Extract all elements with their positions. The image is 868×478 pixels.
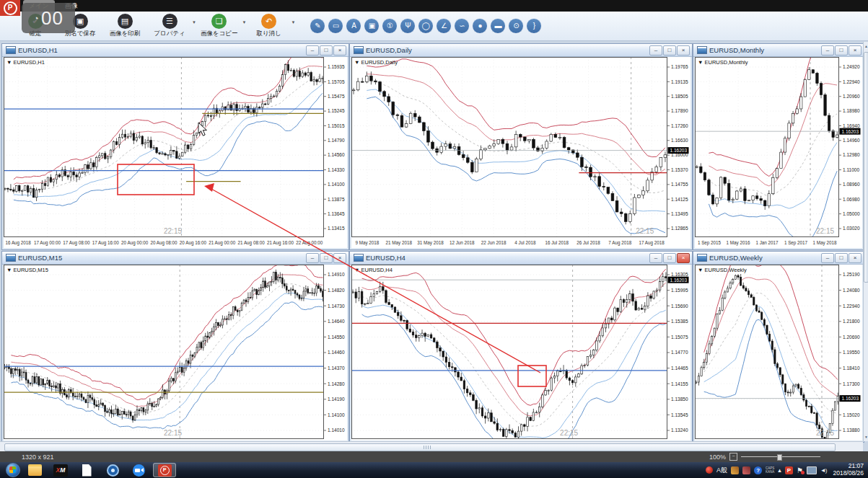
maximize-button[interactable]: □	[663, 45, 676, 56]
taskbar-capture-app[interactable]: P	[153, 463, 176, 477]
properties-dropdown-icon[interactable]: ▼	[192, 20, 196, 25]
taskbar-explorer[interactable]	[23, 463, 46, 477]
print-image-button[interactable]: ▤ 画像を印刷	[107, 14, 143, 38]
curve-icon[interactable]: ∽	[454, 18, 470, 34]
close-button[interactable]: ×	[333, 45, 346, 56]
action-center-flag-icon[interactable]: ⚑	[797, 466, 803, 474]
protractor-icon[interactable]: ∠	[436, 18, 452, 34]
start-button[interactable]	[6, 463, 20, 477]
horizontal-scroll-thumb[interactable]	[4, 443, 836, 451]
rectangle-icon[interactable]: ▭	[328, 18, 343, 34]
image-frame-icon[interactable]: ▣	[364, 18, 380, 34]
palette-tray-icon[interactable]	[731, 466, 739, 474]
zoom-out-icon[interactable]: −	[729, 453, 737, 461]
copy-dropdown-icon[interactable]: ▼	[242, 20, 247, 25]
taskbar-browser[interactable]	[101, 463, 124, 477]
taskbar-camera[interactable]	[127, 463, 150, 477]
show-hidden-icons[interactable]: ▴	[778, 466, 781, 474]
undo-button[interactable]: ↶ 取り消し	[251, 14, 287, 38]
mt4-workspace: EURUSD,H1 – □ × 22:15▼ EURUSD,H11.159351…	[0, 42, 863, 441]
window-titlebar[interactable]: EURUSD,Monthly – □ ×	[693, 44, 864, 57]
text-icon[interactable]: A	[346, 18, 361, 34]
minimize-button[interactable]: –	[306, 253, 319, 263]
window-titlebar[interactable]: EURUSD,Weekly – □ ×	[693, 252, 864, 265]
chart-canvas[interactable]: 22:15▼ EURUSD,Daily1.197651.191351.18505…	[351, 57, 691, 248]
pen-icon[interactable]: ✎	[310, 18, 325, 34]
capture-tray-icon[interactable]: P	[785, 466, 793, 474]
svg-text:1.15020: 1.15020	[843, 412, 860, 417]
maximize-button[interactable]: □	[835, 253, 848, 263]
minimize-button[interactable]: –	[649, 45, 662, 56]
undo-dropdown-icon[interactable]: ▼	[291, 20, 296, 25]
chart-window-eurusd-m15: EURUSD,M15 – □ × 22:15▼ EURUSD,M151.1491…	[1, 251, 349, 443]
vertical-scrollbar[interactable]: ▲ ▼	[863, 42, 868, 441]
bracket-icon[interactable]: }	[526, 18, 542, 34]
network-icon[interactable]	[807, 466, 817, 474]
window-titlebar[interactable]: EURUSD,H1 – □ ×	[2, 44, 348, 57]
svg-text:1.24080: 1.24080	[843, 288, 860, 293]
brush-tray-icon[interactable]	[742, 466, 750, 474]
ladybug-tray-icon[interactable]	[706, 466, 713, 474]
pin-icon[interactable]: Ψ	[400, 18, 416, 34]
window-titlebar[interactable]: EURUSD,H4 – □ ×	[350, 252, 692, 265]
chart-window-eurusd-h4: EURUSD,H4 – □ × 22:15▼ EURUSD,H41.163051…	[349, 251, 693, 443]
close-button[interactable]: ×	[849, 253, 862, 263]
svg-text:1.22940: 1.22940	[843, 304, 860, 309]
minimize-button[interactable]: –	[306, 45, 319, 56]
maximize-button[interactable]: □	[835, 45, 848, 56]
svg-text:20 Aug 08:00: 20 Aug 08:00	[150, 240, 177, 246]
number-stamp-icon[interactable]: ①	[382, 18, 398, 34]
help-tray-icon[interactable]: ?	[754, 466, 762, 474]
close-button[interactable]: ×	[677, 253, 690, 263]
svg-text:1.14960: 1.14960	[843, 138, 860, 143]
close-button[interactable]: ×	[849, 45, 862, 56]
maximize-button[interactable]: □	[663, 253, 676, 263]
chart-canvas[interactable]: 22:15▼ EURUSD,H41.163051.159951.156901.1…	[351, 265, 691, 441]
svg-text:1.14755: 1.14755	[671, 182, 688, 187]
svg-text:1.14190: 1.14190	[328, 397, 345, 402]
vertical-scroll-thumb[interactable]	[864, 52, 868, 283]
ime-mode[interactable]: A般	[716, 466, 727, 475]
taskbar-document[interactable]	[75, 463, 98, 477]
zoom-slider[interactable]	[741, 456, 820, 457]
svg-text:1.14730: 1.14730	[328, 304, 345, 309]
maximize-button[interactable]: □	[320, 253, 333, 263]
svg-text:1.12865: 1.12865	[671, 226, 688, 231]
zoom-slider-thumb[interactable]	[777, 454, 782, 461]
window-title: EURUSD,H1	[18, 46, 306, 54]
close-button[interactable]: ×	[333, 253, 346, 263]
window-title: EURUSD,M15	[18, 254, 306, 262]
chart-window-icon	[6, 46, 16, 54]
minimize-button[interactable]: –	[821, 45, 834, 56]
horizontal-scrollbar[interactable]	[0, 441, 863, 451]
timer-value: 00	[41, 7, 63, 30]
taskbar-clock[interactable]: 21:07 2018/08/26	[833, 463, 864, 477]
copy-image-button[interactable]: ❏ 画像をコピー	[201, 14, 238, 38]
svg-text:1.16203: 1.16203	[842, 396, 859, 401]
svg-text:1.14550: 1.14550	[328, 335, 345, 340]
properties-button[interactable]: ☰ プロパティ	[152, 14, 188, 38]
app-logo-icon[interactable]: P	[0, 0, 20, 16]
maximize-button[interactable]: □	[320, 45, 333, 56]
chart-canvas[interactable]: 22:15▼ EURUSD,H11.159351.157051.154751.1…	[4, 57, 347, 248]
chart-window-eurusd-h1: EURUSD,H1 – □ × 22:15▼ EURUSD,H11.159351…	[1, 43, 349, 250]
volume-icon[interactable]: ◄)	[820, 467, 827, 474]
button-icon[interactable]: ▬	[490, 18, 506, 34]
scroll-down-icon[interactable]: ▼	[864, 433, 868, 441]
chart-canvas[interactable]: 22:15▼ EURUSD,Weekly1.251901.240801.2294…	[695, 265, 862, 441]
scroll-up-icon[interactable]: ▲	[864, 42, 868, 50]
droplet-icon[interactable]: ●	[472, 18, 488, 34]
chart-canvas[interactable]: 22:15▼ EURUSD,Monthly1.249201.229401.209…	[695, 57, 862, 248]
taskbar-xm[interactable]: XM	[49, 463, 72, 477]
magnifier-icon[interactable]: ⊙	[508, 18, 524, 34]
chart-canvas[interactable]: 22:15▼ EURUSD,M151.149101.148201.147301.…	[4, 265, 347, 441]
window-titlebar[interactable]: EURUSD,M15 – □ ×	[2, 252, 348, 265]
ellipse-icon[interactable]: ◯	[418, 18, 434, 34]
minimize-button[interactable]: –	[649, 253, 662, 263]
close-button[interactable]: ×	[677, 45, 690, 56]
caps-kana-indicator: CAPSKANA	[766, 466, 774, 474]
window-titlebar[interactable]: EURUSD,Daily – □ ×	[350, 44, 692, 57]
svg-text:1.14125: 1.14125	[671, 197, 688, 202]
minimize-button[interactable]: –	[821, 253, 834, 263]
svg-text:▼ EURUSD,Weekly: ▼ EURUSD,Weekly	[698, 267, 747, 273]
